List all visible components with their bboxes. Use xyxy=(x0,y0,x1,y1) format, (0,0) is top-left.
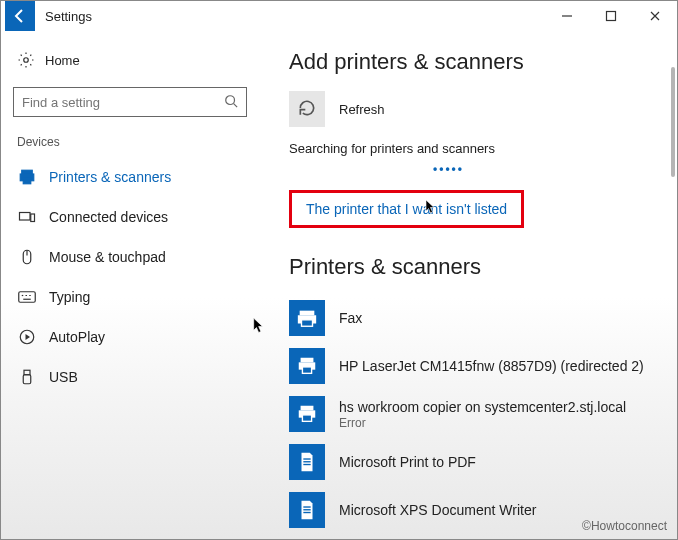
sidebar-item-label: Printers & scanners xyxy=(49,169,171,185)
autoplay-icon xyxy=(17,327,37,347)
svg-rect-9 xyxy=(31,214,35,222)
searching-text: Searching for printers and scanners xyxy=(289,141,647,156)
keyboard-icon xyxy=(17,287,37,307)
scrollbar-thumb[interactable] xyxy=(671,67,675,177)
svg-rect-30 xyxy=(303,461,310,462)
sidebar-item-mouse-touchpad[interactable]: Mouse & touchpad xyxy=(13,237,247,277)
sidebar-item-label: Mouse & touchpad xyxy=(49,249,166,265)
svg-rect-26 xyxy=(301,406,314,411)
printer-name: Fax xyxy=(339,310,362,326)
back-button[interactable] xyxy=(5,1,35,31)
svg-rect-31 xyxy=(303,464,310,465)
refresh-label: Refresh xyxy=(339,102,385,117)
printer-device-icon xyxy=(289,348,325,384)
home-label: Home xyxy=(45,53,80,68)
svg-rect-33 xyxy=(303,509,310,510)
svg-rect-20 xyxy=(300,311,315,316)
printer-icon xyxy=(17,167,37,187)
svg-point-2 xyxy=(24,58,29,63)
sidebar-item-label: USB xyxy=(49,369,78,385)
svg-point-3 xyxy=(226,95,235,104)
svg-rect-19 xyxy=(23,375,31,384)
svg-rect-7 xyxy=(23,179,31,184)
refresh-icon xyxy=(297,98,317,121)
sidebar-item-usb[interactable]: USB xyxy=(13,357,247,397)
svg-rect-29 xyxy=(303,458,310,459)
printer-row[interactable]: HP LaserJet CM1415fnw (8857D9) (redirect… xyxy=(289,342,647,390)
printer-row[interactable]: hs workroom copier on systemcenter2.stj.… xyxy=(289,390,647,438)
progress-dots: ••••• xyxy=(433,162,647,176)
svg-line-4 xyxy=(234,103,238,107)
print-pdf-icon xyxy=(289,444,325,480)
print-xps-icon xyxy=(289,492,325,528)
svg-rect-34 xyxy=(303,512,310,513)
usb-icon xyxy=(17,367,37,387)
close-button[interactable] xyxy=(633,1,677,31)
svg-rect-8 xyxy=(20,213,31,221)
highlight-box: The printer that I want isn't listed xyxy=(289,190,524,228)
titlebar: Settings xyxy=(1,1,677,31)
sidebar-item-typing[interactable]: Typing xyxy=(13,277,247,317)
printer-not-listed-link[interactable]: The printer that I want isn't listed xyxy=(306,201,507,217)
printer-name: Microsoft XPS Document Writer xyxy=(339,502,536,518)
svg-rect-32 xyxy=(303,506,310,507)
printer-status: Error xyxy=(339,416,626,430)
printer-row[interactable]: Fax xyxy=(289,294,647,342)
watermark: ©Howtoconnect xyxy=(582,519,667,533)
svg-rect-28 xyxy=(302,415,311,421)
svg-rect-12 xyxy=(19,292,36,303)
mouse-icon xyxy=(17,247,37,267)
printer-name: HP LaserJet CM1415fnw (8857D9) (redirect… xyxy=(339,358,644,374)
sidebar-item-connected-devices[interactable]: Connected devices xyxy=(13,197,247,237)
svg-rect-18 xyxy=(24,370,30,375)
svg-rect-25 xyxy=(302,367,311,373)
refresh-button[interactable] xyxy=(289,91,325,127)
sidebar-item-label: Connected devices xyxy=(49,209,168,225)
svg-rect-22 xyxy=(302,320,313,326)
sidebar: Home Devices Printers & scanners xyxy=(1,31,259,539)
sidebar-item-autoplay[interactable]: AutoPlay xyxy=(13,317,247,357)
content-pane: Add printers & scanners Refresh Searchin… xyxy=(259,31,677,539)
sidebar-item-printers-scanners[interactable]: Printers & scanners xyxy=(13,157,247,197)
minimize-button[interactable] xyxy=(545,1,589,31)
sidebar-item-label: Typing xyxy=(49,289,90,305)
gear-icon xyxy=(17,51,35,69)
devices-icon xyxy=(17,207,37,227)
home-nav[interactable]: Home xyxy=(13,45,247,75)
printer-device-icon xyxy=(289,396,325,432)
maximize-button[interactable] xyxy=(589,1,633,31)
svg-rect-1 xyxy=(607,12,616,21)
search-input-wrap[interactable] xyxy=(13,87,247,117)
window-title: Settings xyxy=(45,9,92,24)
search-input[interactable] xyxy=(22,95,224,110)
search-icon xyxy=(224,94,238,111)
svg-rect-23 xyxy=(301,358,314,363)
fax-icon xyxy=(289,300,325,336)
printer-name: Microsoft Print to PDF xyxy=(339,454,476,470)
printer-row[interactable]: Microsoft Print to PDF xyxy=(289,438,647,486)
printer-name: hs workroom copier on systemcenter2.stj.… xyxy=(339,399,626,415)
heading-add-printers: Add printers & scanners xyxy=(289,49,647,75)
heading-printers-list: Printers & scanners xyxy=(289,254,647,280)
sidebar-section-label: Devices xyxy=(13,135,247,149)
sidebar-item-label: AutoPlay xyxy=(49,329,105,345)
